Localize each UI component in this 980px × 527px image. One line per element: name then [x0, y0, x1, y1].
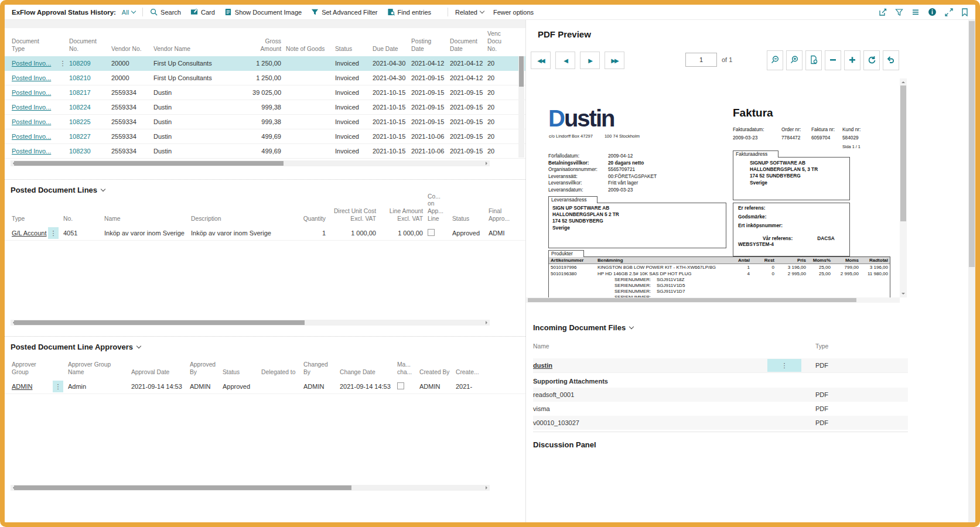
pdf-horizontal-scrollbar[interactable] [526, 297, 900, 303]
fit-page-button[interactable] [805, 50, 822, 70]
document-no-link[interactable]: 108225 [69, 118, 91, 125]
document-type-link[interactable]: Posted Invo... [12, 148, 51, 155]
column-header-name[interactable]: Name [104, 215, 191, 223]
pdf-vertical-scrollbar[interactable] [900, 78, 907, 297]
main-grid-horizontal-scrollbar[interactable] [11, 160, 490, 166]
column-header-final-approver[interactable]: Final Appro... [489, 208, 513, 223]
first-page-button[interactable]: ◀◀ [531, 52, 551, 69]
vendor-no-link[interactable]: 2559334 [111, 148, 136, 155]
column-header-line-amount[interactable]: Line Amount Excl. VAT [381, 208, 428, 223]
attachment-row[interactable]: v00010_103027 PDF [533, 416, 908, 430]
column-header-status[interactable]: Status [335, 46, 373, 53]
column-header-created[interactable]: Create... [456, 369, 482, 377]
column-header-comment-on-approval-line[interactable]: Co... on App... Line [428, 193, 452, 223]
discussion-panel-heading[interactable]: Discussion Panel [533, 440, 596, 449]
column-header-vendor-name[interactable]: Vendor Name [153, 46, 246, 53]
document-type-link[interactable]: Posted Invo... [12, 74, 51, 81]
column-header-vendor-no[interactable]: Vendor No. [111, 46, 153, 53]
find-entries-button[interactable]: Find entries [387, 8, 431, 16]
share-edit-icon[interactable] [879, 8, 887, 16]
column-header-status[interactable]: Status [452, 215, 489, 223]
page-number-input[interactable] [685, 53, 717, 67]
scroll-down-arrow[interactable] [902, 293, 905, 296]
document-no-link[interactable]: 108209 [69, 60, 91, 67]
posted-document-line-approvers-heading[interactable]: Posted Document Line Approvers [11, 343, 141, 351]
type-link[interactable]: G/L Account [12, 230, 47, 237]
file-name-link[interactable]: dustin [533, 362, 552, 369]
table-row[interactable]: Posted Invo... ⋮ 108209 20000 First Up C… [5, 56, 525, 71]
document-no-link[interactable]: 108230 [69, 148, 91, 155]
scroll-right-arrow[interactable] [486, 321, 489, 324]
row-menu-button[interactable]: ⋮ [57, 57, 68, 69]
previous-page-button[interactable]: ◀ [555, 52, 575, 69]
zoom-in-button[interactable] [786, 50, 803, 70]
column-header-approver-group[interactable]: Approver Group [12, 361, 53, 377]
refresh-button[interactable] [863, 50, 880, 70]
table-row[interactable]: Posted Invo... ⋮ 108224 2559334 Dustin 9… [5, 100, 525, 115]
table-row[interactable]: Posted Invo... ⋮ 108227 2559334 Dustin 4… [5, 129, 525, 144]
column-header-changed-by[interactable]: Changed By [303, 361, 340, 377]
document-type-link[interactable]: Posted Invo... [12, 133, 51, 140]
scrollbar-thumb[interactable] [969, 21, 975, 267]
document-type-link[interactable]: Posted Invo... [12, 118, 51, 125]
lines-horizontal-scrollbar[interactable] [11, 320, 490, 326]
show-document-image-button[interactable]: Show Document Image [224, 8, 302, 16]
info-icon[interactable] [928, 8, 937, 16]
vendor-no-link[interactable]: 2559334 [111, 118, 136, 125]
expand-icon[interactable] [945, 8, 953, 16]
column-header-gross-amount[interactable]: Gross Amount [246, 38, 286, 53]
vendor-no-link[interactable]: 20000 [111, 60, 129, 67]
column-header-type[interactable]: Type [12, 215, 48, 223]
file-menu-button[interactable]: ⋮ [767, 359, 801, 372]
table-row[interactable]: G/L Account ⋮ 4051 Inköp av varor inom S… [5, 226, 525, 241]
column-header-no[interactable]: No. [63, 215, 104, 223]
last-page-button[interactable]: ▶▶ [605, 52, 624, 69]
column-header-approval-date[interactable]: Approval Date [131, 369, 190, 377]
attachment-row[interactable]: visma PDF [533, 402, 908, 416]
scroll-up-arrow[interactable] [902, 80, 905, 83]
vendor-no-link[interactable]: 20000 [111, 74, 129, 81]
column-header-posting-date[interactable]: Posting Date [411, 38, 450, 53]
main-grid-vertical-scrollbar[interactable] [518, 56, 524, 158]
scroll-right-arrow[interactable] [486, 486, 489, 490]
scroll-right-arrow[interactable] [486, 162, 489, 165]
document-no-link[interactable]: 108227 [69, 133, 91, 140]
document-no-link[interactable]: 108210 [69, 74, 91, 81]
document-no-link[interactable]: 108217 [69, 89, 91, 96]
document-type-link[interactable]: Posted Invo... [12, 60, 51, 67]
filter-icon[interactable] [895, 8, 903, 16]
column-header-due-date[interactable]: Due Date [373, 46, 411, 53]
column-header-document-type[interactable]: Document Type [12, 38, 57, 53]
column-header-name[interactable]: Name [533, 343, 549, 350]
set-advanced-filter-button[interactable]: Set Advanced Filter [311, 8, 377, 16]
row-menu-button[interactable]: ⋮ [53, 381, 63, 392]
table-row[interactable]: Posted Invo... ⋮ 108230 2559334 Dustin 4… [5, 144, 525, 159]
column-header-manually-changed[interactable]: Ma... cha... [397, 361, 419, 377]
scrollbar-thumb[interactable] [519, 56, 524, 87]
approver-group-link[interactable]: ADMIN [12, 383, 32, 390]
search-action-button[interactable]: Search [150, 8, 181, 16]
scrollbar-thumb[interactable] [14, 485, 351, 490]
column-header-type[interactable]: Type [815, 343, 828, 350]
page-scrollbar[interactable] [968, 20, 975, 522]
document-no-link[interactable]: 108224 [69, 104, 91, 111]
column-header-delegated-to[interactable]: Delegated to [261, 369, 303, 377]
incoming-document-files-heading[interactable]: Incoming Document Files [533, 323, 633, 332]
scrollbar-thumb[interactable] [14, 320, 305, 325]
vendor-no-link[interactable]: 2559334 [111, 133, 136, 140]
table-row[interactable]: Posted Invo... ⋮ 108210 20000 First Up C… [5, 71, 525, 85]
posted-document-lines-heading[interactable]: Posted Document Lines [11, 186, 105, 194]
column-header-document-date[interactable]: Document Date [450, 38, 487, 53]
table-row[interactable]: ADMIN ⋮ Admin 2021-09-14 14:53 ADMIN App… [5, 379, 525, 394]
column-header-approved-by[interactable]: Approved By [190, 361, 223, 377]
column-header-created-by[interactable]: Created By [419, 369, 456, 377]
column-header-quantity[interactable]: Quantity [294, 215, 330, 223]
filter-dropdown[interactable]: All [122, 9, 135, 16]
column-header-description[interactable]: Description [191, 215, 294, 223]
column-header-direct-unit-cost[interactable]: Direct Unit Cost Excl. VAT [330, 208, 381, 223]
column-header-note-of-goods[interactable]: Note of Goods [286, 46, 335, 53]
column-header-approver-group-name[interactable]: Approver Group Name [68, 361, 131, 377]
approvers-horizontal-scrollbar[interactable] [11, 485, 490, 491]
document-type-link[interactable]: Posted Invo... [12, 89, 51, 96]
card-action-button[interactable]: Card [190, 8, 215, 16]
